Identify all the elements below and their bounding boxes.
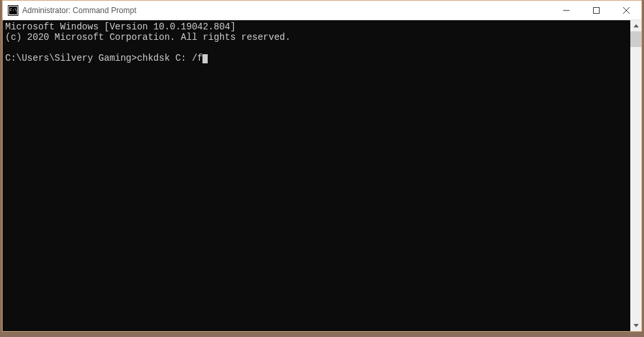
scroll-track[interactable] [630,31,641,320]
window-controls [551,1,641,20]
svg-rect-5 [594,7,600,13]
minimize-button[interactable] [551,1,581,20]
console-line: Microsoft Windows [Version 10.0.19042.80… [5,22,236,32]
cmd-icon: C:\ [8,5,18,16]
console-prompt: C:\Users\Silvery Gaming> [5,53,137,63]
close-icon [623,7,630,14]
maximize-icon [593,7,600,14]
vertical-scrollbar[interactable] [630,20,641,331]
console-line: (c) 2020 Microsoft Corporation. All righ… [5,32,291,42]
svg-text:C:\: C:\ [10,7,17,12]
console-command: chkdsk C: /f [137,53,203,63]
console-area[interactable]: Microsoft Windows [Version 10.0.19042.80… [3,20,630,331]
chevron-down-icon [634,324,639,327]
titlebar[interactable]: C:\ Administrator: Command Prompt [3,1,641,20]
text-cursor [202,54,208,63]
window-title: Administrator: Command Prompt [22,6,551,15]
command-prompt-window: C:\ Administrator: Command Prompt [2,0,642,332]
close-button[interactable] [611,1,641,20]
scroll-up-button[interactable] [630,20,641,31]
minimize-icon [563,7,570,14]
maximize-button[interactable] [581,1,611,20]
scroll-thumb[interactable] [630,31,641,47]
console-wrapper: Microsoft Windows [Version 10.0.19042.80… [3,20,641,331]
scroll-down-button[interactable] [630,320,641,331]
chevron-up-icon [634,24,639,27]
